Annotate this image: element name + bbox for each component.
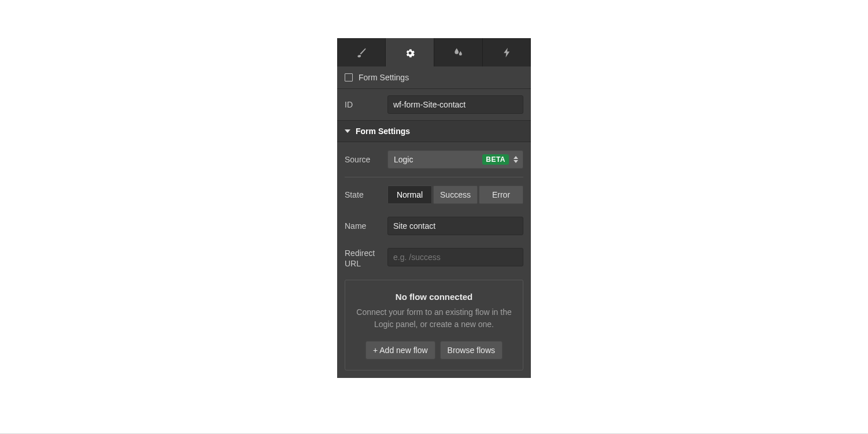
name-row: Name [337,210,531,242]
tab-effects[interactable] [434,38,483,66]
name-input[interactable] [387,217,523,235]
state-option-error[interactable]: Error [479,186,523,204]
state-option-success[interactable]: Success [433,186,478,204]
panel-title: Form Settings [359,73,409,82]
id-row: ID [337,89,531,121]
id-input[interactable] [387,95,523,114]
state-label: State [345,190,381,199]
id-label: ID [345,100,381,109]
state-option-normal[interactable]: Normal [387,186,432,204]
source-label: Source [345,155,381,164]
panel-tabs [337,38,531,66]
tab-settings[interactable] [386,38,434,66]
add-new-flow-button[interactable]: + Add new flow [365,341,435,359]
form-icon [345,73,353,81]
form-settings-section-header[interactable]: Form Settings [337,121,531,142]
section-title: Form Settings [356,127,410,136]
redirect-label: Redirect URL [345,248,381,269]
redirect-row: Redirect URL [337,242,531,275]
droplets-icon [453,47,464,58]
browse-flows-button[interactable]: Browse flows [440,341,503,359]
brush-icon [356,47,367,58]
select-caret-icon [514,156,518,163]
redirect-input[interactable] [387,248,523,266]
state-row: State Normal Success Error [337,177,531,210]
gear-icon [404,47,416,58]
source-select[interactable]: Logic BETA [387,150,523,169]
chevron-down-icon [345,129,350,133]
source-row: Source Logic BETA [337,142,531,177]
state-segmented: Normal Success Error [387,186,523,204]
flow-card: No flow connected Connect your form to a… [345,280,523,370]
source-select-value: Logic [394,155,478,164]
settings-panel: Form Settings ID Form Settings Source Lo… [337,38,531,378]
tab-interactions[interactable] [483,38,531,66]
flow-description: Connect your form to an existing flow in… [356,306,512,331]
lightning-icon [501,47,513,58]
beta-badge: BETA [482,154,509,165]
flow-actions: + Add new flow Browse flows [356,341,512,359]
flow-title: No flow connected [356,292,512,302]
panel-header: Form Settings [337,66,531,89]
tab-style[interactable] [337,38,386,66]
name-label: Name [345,221,381,231]
